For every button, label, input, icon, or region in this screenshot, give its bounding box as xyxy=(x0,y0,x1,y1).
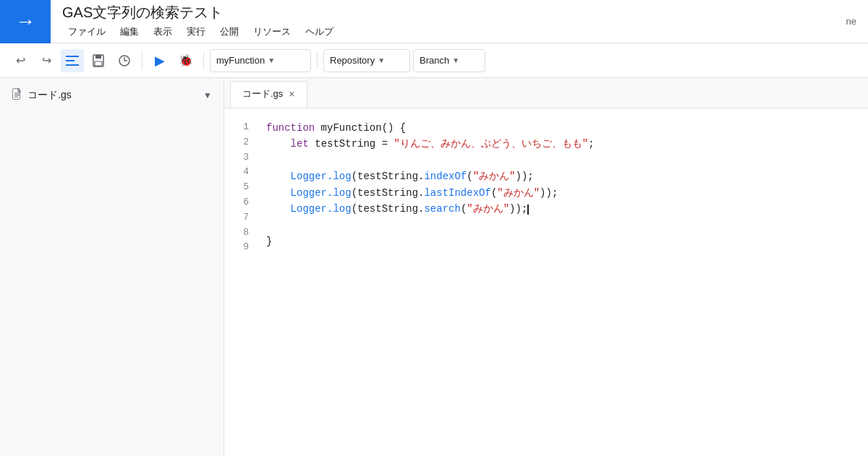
tab-name: コード.gs xyxy=(242,87,283,100)
editor-area: コード.gs × 1 2 3 4 5 6 7 8 9 function myFu… xyxy=(224,78,868,456)
main-content: コード.gs ▼ コード.gs × 1 2 3 4 5 6 7 8 9 xyxy=(0,78,868,456)
file-chevron-icon: ▼ xyxy=(203,90,212,100)
line-num-5: 5 xyxy=(236,180,249,195)
function-dropdown[interactable]: myFunction ▼ xyxy=(210,49,311,72)
separator-1 xyxy=(142,52,142,69)
menu-file[interactable]: ファイル xyxy=(62,24,111,40)
repository-label: Repository xyxy=(330,55,375,66)
code-line-8: } xyxy=(266,233,862,249)
code-line-4: Logger.log(testString.indexOf("みかん")); xyxy=(266,168,862,184)
function-name-label: myFunction xyxy=(216,55,265,66)
menu-run[interactable]: 実行 xyxy=(181,24,211,40)
run-button[interactable]: ▶ xyxy=(148,49,171,72)
logger-log-3: Logger.log xyxy=(291,203,352,215)
lastindexof-call: lastIndexOf xyxy=(424,187,490,199)
logger-log-2: Logger.log xyxy=(291,187,352,199)
function-dropdown-arrow: ▼ xyxy=(268,56,275,64)
string-mikan-2: "みかん" xyxy=(497,187,540,199)
string-mikan-3: "みかん" xyxy=(467,203,509,215)
line-numbers: 1 2 3 4 5 6 7 8 9 xyxy=(224,120,260,444)
app-logo: → xyxy=(0,0,51,43)
separator-3 xyxy=(317,52,318,69)
tab-bar: コード.gs × xyxy=(224,78,868,108)
svg-rect-5 xyxy=(95,61,102,66)
debug-button[interactable]: 🐞 xyxy=(174,49,197,72)
branch-dropdown-arrow: ▼ xyxy=(452,56,459,64)
header-right-text: ne xyxy=(846,16,868,27)
menu-view[interactable]: 表示 xyxy=(148,24,178,40)
indexof-call: indexOf xyxy=(424,171,467,182)
keyword-function: function xyxy=(266,122,315,134)
code-line-6: Logger.log(testString.search("みかん")); xyxy=(266,201,862,217)
line-num-7: 7 xyxy=(236,210,249,225)
tab-close-button[interactable]: × xyxy=(289,88,294,100)
code-line-9 xyxy=(266,249,862,265)
app-title: GAS文字列の検索テスト xyxy=(62,3,339,22)
logo-arrow-icon: → xyxy=(15,10,35,33)
sidebar-file-name: コード.gs xyxy=(27,89,199,102)
save-button[interactable] xyxy=(87,49,110,72)
clock-icon xyxy=(118,54,131,67)
app-header: → GAS文字列の検索テスト ファイル 編集 表示 実行 公開 リソース ヘルプ… xyxy=(0,0,868,43)
line-num-2: 2 xyxy=(236,135,249,150)
repository-dropdown[interactable]: Repository ▼ xyxy=(323,49,410,72)
menu-publish[interactable]: 公開 xyxy=(214,24,244,40)
menu-edit[interactable]: 編集 xyxy=(114,24,145,40)
code-line-7 xyxy=(266,217,862,233)
search-call: search xyxy=(424,203,460,215)
toolbar: ↩ ↪ ▶ 🐞 myFunction ▼ Repository ▼ Bran xyxy=(0,43,868,78)
svg-rect-2 xyxy=(66,64,79,66)
code-line-2: let testString = "りんご、みかん、ぶどう、いちご、もも"; xyxy=(266,136,862,152)
undo-button[interactable]: ↩ xyxy=(9,49,32,72)
line-num-9: 9 xyxy=(236,240,249,255)
separator-2 xyxy=(203,52,204,69)
svg-rect-0 xyxy=(66,56,79,57)
repo-dropdown-arrow: ▼ xyxy=(378,56,385,64)
logger-log-1: Logger.log xyxy=(291,171,352,182)
keyword-let: let xyxy=(291,138,309,150)
line-num-1: 1 xyxy=(236,120,249,135)
code-line-1: function myFunction() { xyxy=(266,120,862,136)
redo-button[interactable]: ↪ xyxy=(35,49,58,72)
line-num-6: 6 xyxy=(236,195,249,210)
line-num-4: 4 xyxy=(236,165,249,180)
code-line-3 xyxy=(266,152,862,168)
line-num-8: 8 xyxy=(236,225,249,241)
line-num-3: 3 xyxy=(236,150,249,165)
file-icon xyxy=(12,88,23,103)
string-value: "りんご、みかん、ぶどう、いちご、もも" xyxy=(393,138,588,150)
header-title-area: GAS文字列の検索テスト ファイル 編集 表示 実行 公開 リソース ヘルプ xyxy=(51,0,351,46)
text-cursor xyxy=(527,203,529,215)
history-button[interactable] xyxy=(113,49,136,72)
branch-dropdown[interactable]: Branch ▼ xyxy=(413,49,485,72)
string-mikan-1: "みかん" xyxy=(473,171,516,182)
code-content: function myFunction() { let testString =… xyxy=(260,120,868,444)
indent-button[interactable] xyxy=(61,49,84,72)
menu-resources[interactable]: リソース xyxy=(247,24,297,40)
code-line-5: Logger.log(testString.lastIndexOf("みかん")… xyxy=(266,185,862,201)
svg-rect-1 xyxy=(66,60,75,61)
sidebar-file-item[interactable]: コード.gs ▼ xyxy=(6,84,218,107)
svg-rect-4 xyxy=(95,55,101,59)
indent-icon xyxy=(66,56,79,66)
menu-help[interactable]: ヘルプ xyxy=(299,24,339,40)
menu-bar: ファイル 編集 表示 実行 公開 リソース ヘルプ xyxy=(62,24,339,40)
editor-tab[interactable]: コード.gs × xyxy=(230,81,307,108)
sidebar: コード.gs ▼ xyxy=(0,78,224,456)
code-editor[interactable]: 1 2 3 4 5 6 7 8 9 function myFunction() … xyxy=(224,108,868,456)
branch-label: Branch xyxy=(420,55,449,66)
save-icon xyxy=(92,54,105,67)
